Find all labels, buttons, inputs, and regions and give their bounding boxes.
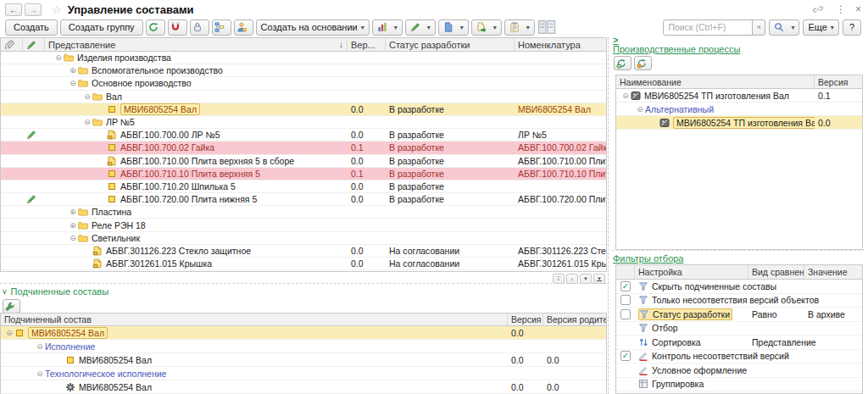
table-row[interactable]: Отбор bbox=[616, 322, 862, 336]
attachment-cell bbox=[1, 168, 23, 180]
expander-icon[interactable]: ⊕ bbox=[68, 221, 78, 230]
nomenclature-column-header[interactable]: Номенклатура bbox=[515, 38, 606, 51]
subordinate-version-column-header[interactable]: Версия bbox=[508, 314, 543, 325]
expander-icon[interactable]: ⊖ bbox=[53, 53, 64, 62]
process-version-column-header[interactable]: Версия bbox=[815, 75, 862, 88]
subordinate-name-column-header[interactable]: Подчиненный состав bbox=[1, 314, 508, 325]
process-panel-title[interactable]: Производственные процессы bbox=[613, 44, 740, 54]
checkbox-checked[interactable]: ✓ bbox=[620, 351, 631, 361]
link-icon[interactable] bbox=[813, 4, 824, 14]
table-row[interactable]: АБВГ.301126.223 Стекло защитное0.0На сог… bbox=[1, 245, 606, 258]
table-row[interactable]: МВИ6805254 ТП изготовления Вал - 10.0 bbox=[616, 116, 862, 130]
documents-menu-button[interactable]: ▾ bbox=[438, 19, 469, 36]
presentation-column-header[interactable]: Представление ↓ bbox=[45, 38, 348, 51]
checkbox[interactable] bbox=[620, 309, 631, 319]
reports-menu-button[interactable]: ▾ bbox=[372, 19, 403, 36]
table-row[interactable]: Только несоответствия версий объектов bbox=[616, 294, 862, 308]
responsible-button[interactable] bbox=[234, 19, 253, 36]
expander-icon[interactable]: ⊖ bbox=[82, 92, 92, 101]
process-name-column-header[interactable]: Наименование bbox=[616, 75, 815, 88]
kebab-menu-icon[interactable]: ⋮ bbox=[836, 3, 846, 15]
edit-menu-button[interactable]: ▾ bbox=[405, 19, 436, 36]
checkbox-checked[interactable]: ✓ bbox=[620, 281, 631, 291]
update-subordinates-button[interactable] bbox=[3, 299, 20, 314]
table-row[interactable]: ⊖Основное производство bbox=[1, 77, 606, 90]
table-row[interactable]: МВИ6805254 Вал0.00.0 bbox=[1, 380, 606, 394]
subordinate-panel-title[interactable]: ∨ Подчиненные составы bbox=[2, 286, 108, 297]
table-row[interactable]: ⊖Альтернативный bbox=[616, 103, 862, 116]
table-row[interactable]: СортировкаПредставление bbox=[616, 336, 862, 350]
create-button[interactable]: Создать bbox=[5, 19, 58, 36]
table-row[interactable]: Статус разработкиРавноВ архиве bbox=[616, 308, 862, 322]
table-row[interactable]: ⊕Вспомогательное производство bbox=[1, 64, 606, 77]
expander-icon[interactable]: ⊖ bbox=[82, 118, 92, 126]
table-row[interactable]: АБВГ.100.710.20 Шпилька 50.0В разработке bbox=[1, 180, 606, 193]
expander-icon[interactable]: ⊕ bbox=[68, 208, 78, 216]
table-row[interactable]: ⊖Исполнение bbox=[1, 340, 606, 353]
table-row[interactable]: Условное оформление bbox=[616, 363, 862, 378]
create-process-button[interactable] bbox=[614, 56, 632, 70]
favorite-star-icon[interactable]: ☆ bbox=[52, 3, 62, 16]
table-row[interactable]: ✓Скрыть подчиненные составы bbox=[616, 280, 862, 294]
table-row[interactable]: ⊖МВИ6805254 Вал0.0 bbox=[1, 326, 606, 340]
expander-icon[interactable]: ⊖ bbox=[635, 105, 645, 114]
search-menu-button[interactable]: ▾ bbox=[769, 19, 799, 36]
hierarchy-button[interactable] bbox=[212, 19, 231, 36]
version-column-header[interactable]: Вер... bbox=[348, 38, 386, 51]
table-row[interactable]: ⊕Пластина bbox=[1, 206, 606, 219]
table-row[interactable]: АБВГ.301261.015 Крышка0.0На согласовании… bbox=[1, 258, 606, 270]
table-row[interactable]: ⊖Светильник bbox=[1, 232, 606, 245]
table-row[interactable]: МВИ6805254 Вал0.00.0 bbox=[1, 353, 606, 367]
edit-column-header[interactable] bbox=[23, 38, 45, 51]
lock-button[interactable] bbox=[190, 19, 209, 36]
table-row[interactable]: ⊖Изделия производства bbox=[1, 52, 606, 64]
compare-icon[interactable] bbox=[537, 18, 556, 36]
table-row[interactable]: АБВГ.100.710.10 Плита верхняя 50.1В разр… bbox=[1, 168, 606, 180]
create-based-on-button[interactable]: Создать на основании ▾ bbox=[256, 19, 370, 36]
table-row[interactable]: ⊖ЛР №5 bbox=[1, 116, 606, 129]
more-button[interactable]: Еще ▾ bbox=[803, 19, 838, 36]
vertical-splitter[interactable] bbox=[608, 37, 609, 394]
expander-icon[interactable]: ⊖ bbox=[620, 92, 631, 100]
table-row[interactable]: АБВГ.100.700.00 ЛР №50.0В разработкеЛР №… bbox=[1, 129, 606, 142]
attachment-column-header[interactable] bbox=[1, 38, 23, 51]
filters-value-column-header[interactable]: Значение bbox=[804, 265, 862, 279]
expander-icon[interactable]: ⊖ bbox=[35, 342, 45, 351]
copy-process-button[interactable] bbox=[634, 56, 652, 70]
expander-icon[interactable]: ⊖ bbox=[4, 329, 14, 337]
filters-comparison-column-header[interactable]: Вид сравнения bbox=[748, 265, 804, 279]
search-input[interactable] bbox=[663, 19, 753, 36]
filters-panel-title[interactable]: Фильтры отбора bbox=[613, 253, 683, 264]
table-row[interactable]: АБВГ.100.720.00 Плита нижняя 50.0В разра… bbox=[1, 193, 606, 206]
help-button[interactable]: ? bbox=[843, 19, 861, 36]
status-column-header[interactable]: Статус разработки bbox=[386, 38, 515, 51]
back-button[interactable]: ← bbox=[5, 3, 22, 16]
forward-button[interactable]: → bbox=[25, 3, 42, 16]
close-icon[interactable]: × bbox=[855, 3, 861, 15]
expander-icon[interactable]: ⊕ bbox=[68, 66, 78, 75]
table-row[interactable]: АБВГ.100.700.02 Гайка0.1В разработкеАБВГ… bbox=[1, 142, 606, 154]
filters-setting-column-header[interactable]: Настройка bbox=[635, 265, 748, 279]
status-cell: В разработке bbox=[386, 103, 515, 115]
table-row[interactable]: МВИ6805254 Вал0.0В разработкеМВИ6805254 … bbox=[1, 103, 606, 116]
chart-icon bbox=[377, 22, 388, 32]
capture-button[interactable] bbox=[168, 19, 187, 36]
expander-icon[interactable]: ⊖ bbox=[68, 79, 78, 87]
table-row[interactable]: ⊖Вал bbox=[1, 91, 606, 103]
horizontal-splitter[interactable] bbox=[612, 250, 865, 251]
table-row[interactable]: ✓Контроль несоответствий версий bbox=[616, 350, 862, 364]
table-row[interactable]: ⊖МВИ6805254 ТП изготовления Вал0.1 bbox=[616, 89, 862, 103]
create-group-button[interactable]: Создать группу bbox=[60, 19, 143, 36]
expander-icon[interactable]: ⊖ bbox=[35, 369, 45, 378]
table-row[interactable]: АБВГ.100.710.00 Плита верхняя 5 в сборе0… bbox=[1, 155, 606, 168]
table-row[interactable]: ⊖Технологическое исполнение bbox=[1, 367, 606, 380]
print-menu-button[interactable]: ▾ bbox=[504, 19, 535, 36]
table-row[interactable]: Группировка bbox=[616, 378, 862, 392]
create-doc-menu-button[interactable]: ▾ bbox=[471, 19, 502, 36]
table-row[interactable]: ⊕Реле РЭН 18 bbox=[1, 219, 606, 231]
search-clear-button[interactable]: × bbox=[753, 19, 765, 36]
checkbox[interactable] bbox=[620, 295, 631, 305]
refresh-button[interactable] bbox=[146, 19, 165, 36]
expander-icon[interactable]: ⊖ bbox=[68, 234, 78, 242]
subordinate-parent-version-column-header[interactable]: Версия родителя bbox=[543, 314, 606, 325]
